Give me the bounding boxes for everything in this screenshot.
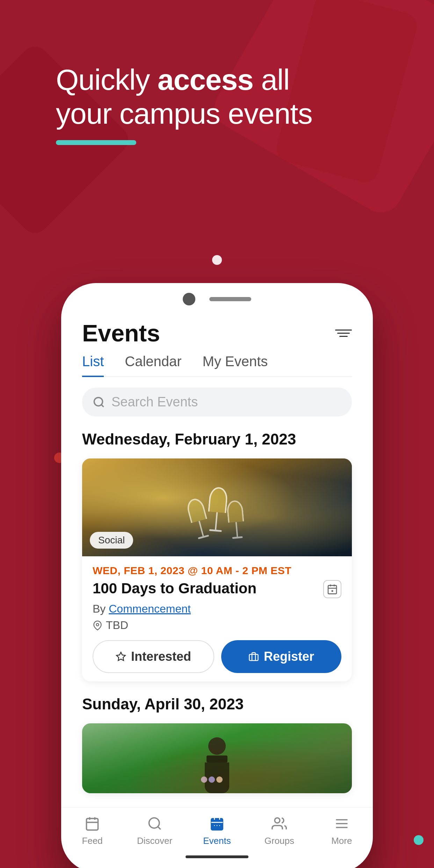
event-info-1: WED, FEB 1, 2023 @ 10 AM - 2 PM EST 100 … [82,556,352,681]
phone-top-bar [61,283,373,309]
events-header: Events [82,309,352,354]
nav-discover-label: Discover [137,836,172,846]
page-title: Events [82,319,160,347]
more-icon-svg [334,816,349,831]
date-heading-1: Wednesday, February 1, 2023 [82,431,352,448]
star-icon [116,651,126,662]
filter-button[interactable] [335,330,352,337]
svg-rect-10 [249,654,258,661]
event-title: 100 Days to Graduation [93,580,256,597]
feed-icon-svg [85,816,100,831]
location-icon [93,621,102,630]
groups-icon [270,815,288,833]
location-text: TBD [106,619,128,632]
nav-more-label: More [331,836,352,846]
nav-feed-label: Feed [82,836,103,846]
header-title: Quickly access allyour campus events [56,63,378,130]
phone-camera [183,293,195,305]
events-nav-icon [208,815,226,833]
bouquet [201,776,223,783]
nav-groups[interactable]: Groups [248,815,310,846]
svg-marker-9 [116,652,125,661]
dot-indicator [212,255,222,265]
svg-point-8 [96,623,99,626]
tab-bar: List Calendar My Events [82,354,352,377]
event-action-buttons: Interested Register [93,640,341,673]
nav-discover[interactable]: Discover [123,815,186,846]
event-image-champagne: Social [82,458,352,556]
svg-line-16 [158,827,160,830]
svg-point-15 [149,818,159,828]
nav-more[interactable]: More [311,815,373,846]
add-to-calendar-button[interactable] [323,580,341,598]
events-icon-svg [209,816,225,831]
search-input[interactable]: Search Events [111,395,198,410]
header-area: Quickly access allyour campus events [56,63,378,145]
nav-events[interactable]: Events [186,815,248,846]
grad-head [208,737,226,755]
event-badge: Social [90,532,133,549]
groups-icon-svg [272,816,287,831]
event-image-graduation [82,723,352,793]
grad-figure [203,737,231,793]
organizer-link[interactable]: Commencement [109,602,191,615]
interested-label: Interested [131,649,191,664]
nav-groups-label: Groups [265,836,294,846]
svg-point-24 [275,818,280,823]
discover-icon-svg [147,816,162,831]
svg-point-23 [219,825,221,827]
filter-line-2 [337,333,350,334]
svg-point-22 [216,825,218,827]
date-heading-2: Sunday, April 30, 2023 [82,695,352,713]
svg-rect-2 [328,585,337,594]
phone-home-indicator [186,855,248,858]
tab-list[interactable]: List [82,354,104,377]
header-line1: Quickly access allyour campus events [56,63,312,130]
grad-cap [207,755,227,762]
nav-events-label: Events [203,836,231,846]
svg-rect-11 [87,818,98,830]
event-organizer: By Commencement [93,602,341,615]
interested-button[interactable]: Interested [93,640,214,673]
search-bar[interactable]: Search Events [82,388,352,417]
phone-speaker [209,297,251,301]
nav-feed[interactable]: Feed [61,815,123,846]
discover-icon [146,815,164,833]
tab-calendar[interactable]: Calendar [125,354,181,377]
filter-line-3 [339,336,348,337]
feed-icon [83,815,101,833]
phone-mockup: Events List Calendar My Events Search Ev… [61,283,373,868]
tab-my-events[interactable]: My Events [203,354,268,377]
bottom-nav: Feed Discover [61,807,373,850]
svg-line-1 [101,404,104,407]
event-datetime: WED, FEB 1, 2023 @ 10 AM - 2 PM EST [93,565,341,577]
app-content: Events List Calendar My Events Search Ev… [61,309,373,793]
search-icon [93,396,105,408]
register-button[interactable]: Register [221,640,341,673]
event-name-row: 100 Days to Graduation [93,580,341,598]
organizer-prefix: By [93,602,109,615]
ticket-icon [248,651,259,662]
filter-line-1 [335,330,352,331]
event-card-1: Social WED, FEB 1, 2023 @ 10 AM - 2 PM E… [82,458,352,681]
svg-point-0 [94,397,103,406]
calendar-plus-icon [327,584,338,595]
header-underline [56,140,136,145]
more-icon [333,815,351,833]
register-label: Register [264,649,314,664]
event-card-2 [82,723,352,793]
teal-dot-decoration [414,835,424,845]
svg-point-21 [214,825,216,827]
event-location: TBD [93,619,341,632]
